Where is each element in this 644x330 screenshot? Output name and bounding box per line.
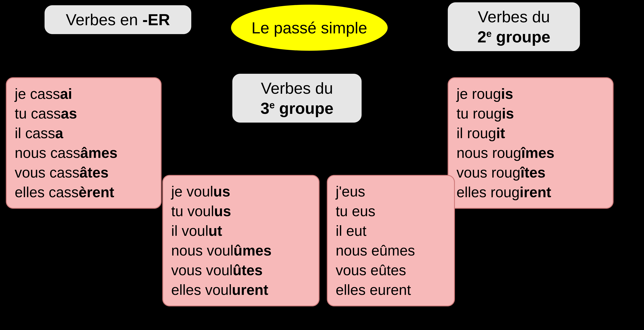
conj-line: tu rougis [456, 104, 605, 123]
conj-line: nous cassâmes [15, 143, 153, 163]
conj-vouloir: je voulustu voulusil voulutnous voulûmes… [162, 175, 320, 306]
conj-line: vous voulûtes [171, 260, 311, 280]
label-g3-prefix: Verbes du [261, 79, 333, 97]
label-g2-bold: 2e groupe [477, 28, 550, 46]
label-g2-prefix: Verbes du [478, 8, 550, 26]
conj-casser: je cassaitu cassasil cassanous cassâmesv… [6, 77, 162, 209]
conj-line: je voulus [171, 182, 311, 201]
conj-avoir: j'eustu eusil eutnous eûmesvous eûtesell… [327, 175, 455, 306]
title-text: Le passé simple [252, 19, 367, 37]
conj-line: tu cassas [15, 104, 153, 123]
conj-line: je rougis [456, 84, 605, 104]
conj-line: vous eûtes [336, 260, 446, 280]
conj-line: il eut [336, 221, 446, 241]
conj-line: je cassai [15, 84, 153, 104]
conj-line: il rougit [456, 123, 605, 143]
label-g3-bold: 3e groupe [260, 99, 333, 117]
conj-line: elles voulurent [171, 280, 311, 300]
conj-line: elles rougirent [456, 182, 605, 202]
conj-line: nous voulûmes [171, 241, 311, 260]
conj-line: nous rougîmes [456, 143, 605, 163]
conj-line: elles cassèrent [15, 182, 153, 202]
conj-line: vous rougîtes [456, 163, 605, 182]
conj-line: il cassa [15, 123, 153, 143]
conj-line: j'eus [336, 182, 446, 201]
conj-line: il voulut [171, 221, 311, 241]
conj-rougir: je rougistu rougisil rougitnous rougîmes… [448, 77, 614, 209]
conj-line: vous cassâtes [15, 163, 153, 182]
conj-line: tu eus [336, 201, 446, 221]
label-er-bold: -ER [142, 11, 170, 29]
conj-line: elles eurent [336, 280, 446, 300]
label-er-prefix: Verbes en [66, 11, 142, 29]
label-g3: Verbes du 3e groupe [232, 73, 362, 123]
title-ellipse: Le passé simple [230, 4, 389, 52]
conj-line: tu voulus [171, 201, 311, 221]
diagram-stage: Le passé simple Verbes en -ER Verbes du … [0, 0, 644, 330]
label-g2: Verbes du 2e groupe [447, 2, 581, 52]
conj-line: nous eûmes [336, 241, 446, 260]
label-er: Verbes en -ER [44, 4, 192, 35]
